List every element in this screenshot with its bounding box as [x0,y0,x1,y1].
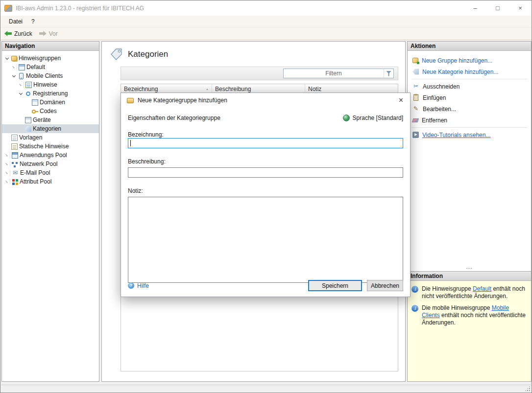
chevron-collapsed-icon[interactable] [4,152,10,158]
action-label: Neue Gruppe hinzufügen... [422,57,492,64]
action-bearbeiten[interactable]: ✎ Bearbeiten... [408,103,531,115]
action-ausschneiden[interactable]: ✂ Ausschneiden [408,81,531,92]
tree-item-kategorien[interactable]: Kategorien [2,124,99,133]
tree-item-mobile-clients[interactable]: Mobile Clients [2,71,99,80]
forward-arrow-icon [39,31,47,36]
tree-item-geraete[interactable]: Geräte [2,116,99,124]
scissors-icon: ✂ [412,83,419,90]
tree-item-hinweise[interactable]: Hinweise [2,80,99,89]
notiz-label: Notiz: [128,187,403,194]
chevron-collapsed-icon[interactable] [4,179,10,185]
window-controls: – □ × [464,0,532,16]
action-entfernen[interactable]: Entfernen [408,115,531,126]
tree-item-domaenen[interactable]: Domänen [2,98,99,107]
chevron-placeholder [18,126,24,132]
tree-item-label: Codes [40,108,57,115]
paste-icon [413,94,418,101]
kategorien-page-icon [110,47,123,61]
info-icon: i [411,286,418,293]
menu-bar: Datei ? [0,16,532,27]
tree-item-registrierung[interactable]: Registrierung [2,89,99,98]
action-label: Video-Tutorials ansehen... [422,132,490,139]
page-title: Kategorien [128,49,168,59]
maximize-button[interactable]: □ [486,0,509,16]
chevron-expanded-icon[interactable] [4,55,10,61]
tree-item-vorlagen[interactable]: Vorlagen [2,133,99,142]
edit-icon: ✎ [412,106,419,112]
static-notes-icon [11,143,18,150]
actions-list: Neue Gruppe hinzufügen... Neue Kategorie… [408,51,531,140]
tree-item-anwendungs-pool[interactable]: Anwendungs Pool [2,151,99,160]
tree-item-label: Hinweisgruppen [19,55,61,62]
tree-item-email-pool[interactable]: ✉ E-Mail Pool [2,168,99,177]
filter-input[interactable] [284,69,384,77]
resize-grip[interactable] [525,386,531,392]
bezeichnung-input[interactable] [128,138,403,148]
action-label: Neue Kategorie hinzufügen... [422,69,498,75]
dialog-header-row: Eigenschaften der Kategoriegruppe Sprach… [128,115,403,121]
dialog-section-label: Eigenschaften der Kategoriegruppe [128,115,220,121]
beschreibung-input[interactable] [128,167,403,178]
app-icon [4,5,12,12]
dialog-close-button[interactable]: × [398,96,404,105]
toolbar: Zurück Vor [0,27,532,40]
chevron-placeholder [4,135,10,140]
chevron-collapsed-icon[interactable] [4,170,10,176]
tree-item-label: Mobile Clients [26,72,63,79]
tree-item-hinweisgruppen[interactable]: Hinweisgruppen [2,54,99,63]
add-category-icon [412,69,419,75]
actions-overflow-indicator[interactable]: ... [408,263,531,271]
chevron-expanded-icon[interactable] [18,91,24,96]
filter-box[interactable] [283,69,394,78]
filter-funnel-icon [386,71,391,76]
action-einfuegen[interactable]: Einfügen [408,92,531,103]
back-button[interactable]: Zurück [4,30,32,37]
filter-strip [121,67,398,80]
close-button[interactable]: × [509,0,532,16]
client-icon [19,64,25,70]
language-selector[interactable]: Sprache [Standard] [343,115,403,121]
tree-item-default[interactable]: Default [2,63,99,71]
window-title: IBI-aws Admin 1.23.0 - registriert für I… [16,5,464,12]
menu-datei[interactable]: Datei [4,17,27,26]
notiz-textarea[interactable] [128,197,403,283]
speichern-button[interactable]: Speichern [308,280,362,291]
chevron-collapsed-icon[interactable] [4,161,10,167]
navigation-header: Navigation [2,42,99,51]
tree-item-statische-hinweise[interactable]: Statische Hinweise [2,142,99,151]
action-neue-kategorie[interactable]: Neue Kategorie hinzufügen... [408,66,531,77]
kategoriegruppe-icon [127,98,134,103]
chevron-expanded-icon[interactable] [11,73,17,79]
chevron-collapsed-icon[interactable] [11,64,17,70]
tree-item-netzwerk-pool[interactable]: Netzwerk Pool [2,160,99,168]
text-caret [130,140,131,146]
registration-icon [26,92,30,96]
tree-item-label: Domänen [40,99,65,106]
title-bar: IBI-aws Admin 1.23.0 - registriert für I… [0,0,532,16]
network-icon [12,161,18,167]
forward-button[interactable]: Vor [39,30,58,37]
tree-item-attribut-pool[interactable]: Attribut Pool [2,177,99,186]
info-item-mobile-clients: i Die mobile Hinweisgruppe Mobile Client… [408,300,531,326]
beschreibung-label: Beschreibung: [128,158,403,165]
abbrechen-button[interactable]: Abbrechen [367,280,403,291]
dialog-neue-kategoriegruppe: Neue Kategoriegruppe hinzufügen × Eigens… [121,92,411,297]
mobile-icon [19,73,24,79]
hilfe-link[interactable]: ? Hilfe [128,282,149,289]
information-panel: Information i Die Hinweisgruppe Default … [407,272,532,382]
action-video-tutorials[interactable]: Video-Tutorials ansehen... [408,129,531,140]
menu-help[interactable]: ? [27,17,39,26]
tree-item-codes[interactable]: Codes [2,107,99,116]
tree-item-label: Registrierung [33,90,68,97]
navigation-tree: Hinweisgruppen Default Mobile Clients Hi… [2,51,99,186]
app-root: { "icons": { "minimize": "–", "maximize"… [0,0,532,393]
minimize-button[interactable]: – [464,0,486,16]
action-neue-gruppe[interactable]: Neue Gruppe hinzufügen... [408,55,531,66]
chevron-collapsed-icon[interactable] [18,82,24,88]
column-label: Beschreibung [215,86,251,92]
eraser-icon [412,118,419,122]
filter-funnel-button[interactable] [384,69,393,78]
template-icon [11,135,18,141]
info-item-default: i Die Hinweisgruppe Default enthält noch… [408,281,531,300]
info-link-default[interactable]: Default [473,285,491,292]
